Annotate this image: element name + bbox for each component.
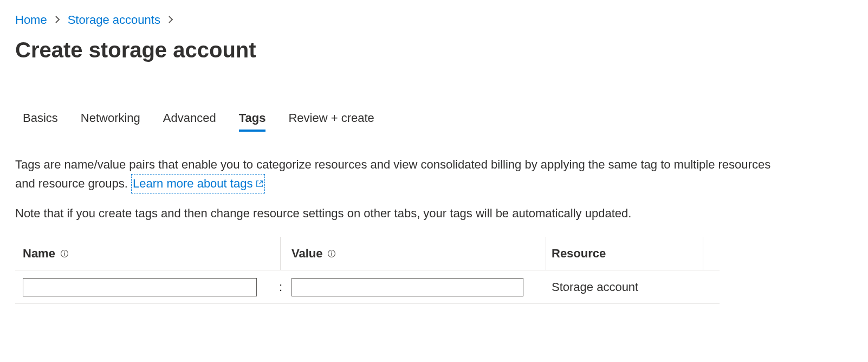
tag-resource-value: Storage account bbox=[552, 280, 638, 294]
svg-rect-2 bbox=[64, 253, 64, 255]
tab-advanced[interactable]: Advanced bbox=[163, 111, 216, 132]
description-text: Tags are name/value pairs that enable yo… bbox=[15, 158, 770, 190]
info-icon[interactable] bbox=[60, 249, 69, 258]
tab-review-create[interactable]: Review + create bbox=[288, 111, 374, 132]
tag-value-input[interactable] bbox=[292, 278, 523, 296]
column-header-value: Value bbox=[292, 241, 541, 266]
column-header-resource-label: Resource bbox=[552, 247, 606, 261]
tab-networking[interactable]: Networking bbox=[81, 111, 140, 132]
column-header-name-label: Name bbox=[23, 247, 55, 261]
column-header-resource: Resource bbox=[541, 241, 720, 266]
breadcrumb-storage-accounts[interactable]: Storage accounts bbox=[68, 13, 160, 27]
learn-more-text: Learn more about tags bbox=[133, 174, 252, 193]
column-header-name: Name bbox=[15, 241, 270, 266]
tag-separator: : bbox=[270, 280, 292, 294]
tags-description: Tags are name/value pairs that enable yo… bbox=[15, 156, 790, 193]
tag-name-input[interactable] bbox=[23, 278, 257, 296]
svg-point-4 bbox=[332, 251, 333, 253]
external-link-icon bbox=[256, 174, 263, 193]
svg-point-1 bbox=[64, 251, 65, 253]
chevron-right-icon bbox=[55, 15, 60, 26]
tabs: Basics Networking Advanced Tags Review +… bbox=[15, 111, 853, 132]
learn-more-link[interactable]: Learn more about tags bbox=[131, 174, 265, 193]
chevron-right-icon bbox=[168, 15, 173, 26]
tags-table: Name Value Resource : Storage account bbox=[15, 237, 720, 304]
page-title: Create storage account bbox=[15, 38, 853, 62]
column-header-value-label: Value bbox=[292, 247, 322, 261]
tag-row: : Storage account bbox=[15, 270, 720, 304]
svg-rect-5 bbox=[332, 253, 332, 255]
info-icon[interactable] bbox=[327, 249, 336, 258]
breadcrumb-home[interactable]: Home bbox=[15, 13, 47, 27]
tab-basics[interactable]: Basics bbox=[23, 111, 58, 132]
breadcrumb: Home Storage accounts bbox=[15, 13, 853, 27]
tags-note: Note that if you create tags and then ch… bbox=[15, 206, 853, 221]
tab-tags[interactable]: Tags bbox=[239, 111, 266, 132]
tags-table-header: Name Value Resource bbox=[15, 237, 720, 270]
